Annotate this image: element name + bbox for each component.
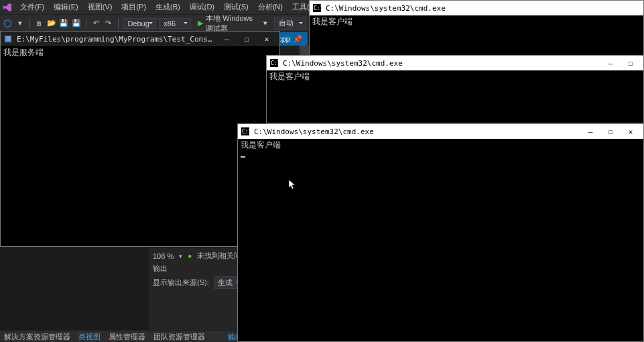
separator — [29, 18, 30, 29]
titlebar[interactable]: C:\ C:\Windows\system32\cmd.exe — ☐ — [267, 56, 643, 70]
titlebar[interactable]: E:\MyFiles\programming\MyPrograms\Test_C… — [1, 32, 279, 46]
svg-text:C:\: C:\ — [242, 129, 249, 135]
output-source-label: 显示输出来源(S): — [153, 278, 209, 288]
menu-file[interactable]: 文件(F) — [16, 1, 48, 13]
console-output: 我是客户端 — [310, 15, 643, 56]
config-combo[interactable]: Debug — [123, 18, 156, 29]
nav-fwd-icon[interactable]: ▾ — [15, 17, 24, 30]
undo-icon[interactable]: ↶ — [91, 17, 101, 30]
title-text: E:\MyFiles\programming\MyPrograms\Test_C… — [17, 35, 212, 44]
tab-solution-explorer[interactable]: 解决方案资源管理器 — [0, 331, 74, 342]
separator — [118, 18, 119, 29]
menu-build[interactable]: 生成(B) — [151, 1, 184, 13]
run-label: 本地 Windows 调试器 — [206, 13, 259, 34]
svg-text:C:\: C:\ — [314, 5, 321, 11]
text-cursor — [241, 156, 245, 158]
nav-back-icon[interactable]: ◯ — [3, 17, 12, 30]
new-file-icon[interactable]: 🗎 — [35, 17, 44, 30]
maximize-button[interactable]: ☐ — [621, 56, 641, 70]
vs-toolbar: ◯ ▾ 🗎 📂 💾 💾 ↶ ↷ Debug x86 ▶ 本地 Windows 调… — [0, 15, 309, 32]
title-text: C:\Windows\system32\cmd.exe — [254, 127, 576, 136]
close-button[interactable]: ✕ — [621, 125, 641, 138]
tab-team-explorer[interactable]: 团队资源管理器 — [149, 331, 209, 342]
title-text: C:\Windows\system32\cmd.exe — [283, 59, 596, 68]
tab-class-view[interactable]: 类视图 — [74, 331, 105, 342]
vs-lower-left — [0, 248, 149, 330]
app-icon — [3, 34, 13, 44]
cmd-window-client-2[interactable]: C:\ C:\Windows\system32\cmd.exe — ☐ 我是客户… — [266, 55, 644, 123]
titlebar[interactable]: C:\ C:\Windows\system32\cmd.exe — ☐ ✕ — [238, 124, 643, 139]
play-icon: ▶ — [198, 19, 203, 27]
redo-icon[interactable]: ↷ — [103, 17, 113, 30]
svg-text:C:\: C:\ — [271, 60, 278, 66]
menu-test[interactable]: 测试(S) — [220, 1, 253, 13]
open-file-icon[interactable]: 📂 — [47, 17, 56, 30]
menu-debug[interactable]: 调试(D) — [186, 1, 218, 13]
menu-analyze[interactable]: 分析(N) — [254, 1, 287, 13]
pin-icon[interactable]: 📌 — [293, 35, 302, 44]
svg-rect-3 — [5, 36, 11, 42]
minimize-button[interactable]: — — [216, 32, 237, 46]
titlebar[interactable]: C:\ C:\Windows\system32\cmd.exe — [310, 1, 643, 15]
close-button[interactable]: ✕ — [257, 32, 277, 46]
save-all-icon[interactable]: 💾 — [72, 17, 81, 30]
tab-property-manager[interactable]: 属性管理器 — [105, 331, 149, 342]
minimize-button[interactable]: — — [580, 125, 600, 138]
cmd-window-client-3[interactable]: C:\ C:\Windows\system32\cmd.exe — ☐ ✕ 我是… — [237, 123, 644, 342]
minimize-button[interactable]: — — [600, 56, 621, 70]
vs-logo-icon — [3, 2, 12, 13]
menu-project[interactable]: 项目(P) — [117, 1, 150, 13]
console-output: 我是客户端 — [267, 70, 643, 123]
separator — [86, 18, 86, 29]
maximize-button[interactable]: ☐ — [237, 32, 257, 46]
title-text: C:\Windows\system32\cmd.exe — [326, 4, 641, 13]
run-mode-combo[interactable]: 自动 — [274, 17, 306, 30]
zoom-level[interactable]: 108 % — [153, 252, 174, 260]
maximize-button[interactable]: ☐ — [600, 125, 621, 138]
menu-edit[interactable]: 编辑(E) — [50, 1, 82, 13]
save-icon[interactable]: 💾 — [59, 17, 68, 30]
cmd-icon: C:\ — [241, 127, 250, 136]
menu-view[interactable]: 视图(V) — [84, 1, 117, 13]
console-output: 我是客户端 — [238, 139, 643, 341]
cmd-icon: C:\ — [312, 3, 322, 13]
cmd-window-client-1[interactable]: C:\ C:\Windows\system32\cmd.exe 我是客户端 — [309, 0, 644, 56]
platform-combo[interactable]: x86 — [159, 18, 191, 29]
cmd-icon: C:\ — [269, 58, 279, 68]
check-icon: ● — [188, 252, 192, 260]
